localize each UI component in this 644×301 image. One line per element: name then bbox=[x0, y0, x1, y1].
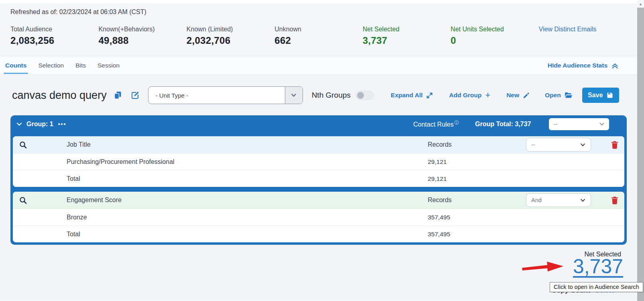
hide-audience-stats-label: HIde Audience Stats bbox=[548, 62, 607, 69]
scrollbar-thumb[interactable] bbox=[637, 8, 644, 301]
expand-icon bbox=[426, 92, 433, 99]
tab-counts[interactable]: Counts bbox=[5, 56, 26, 75]
search-attribute-button[interactable] bbox=[13, 197, 67, 204]
red-arrow-annotation bbox=[522, 259, 564, 276]
add-group-label: Add Group bbox=[449, 92, 481, 99]
row-value: 357,495 bbox=[428, 231, 526, 238]
tab-bar: Counts Selection Bits Session HIde Audie… bbox=[0, 56, 637, 75]
query-toolbar: canvas demo query - Unit Type - bbox=[0, 75, 637, 115]
records-header: Records bbox=[428, 197, 526, 204]
stat-label: Known(+Behaviors) bbox=[98, 26, 186, 33]
add-group-link[interactable]: Add Group + bbox=[449, 91, 490, 100]
vertical-scrollbar: ▲ bbox=[637, 0, 644, 301]
scroll-up-icon: ▲ bbox=[639, 2, 642, 6]
attribute-operator-value: -- bbox=[531, 141, 535, 148]
row-label: Total bbox=[67, 175, 428, 182]
attribute-name: Engagement Score bbox=[67, 197, 428, 204]
attribute-operator-select[interactable]: And bbox=[526, 193, 591, 207]
table-row: Total 29,121 bbox=[13, 170, 624, 187]
search-icon bbox=[19, 197, 27, 204]
stat-total-audience: Total Audience 2,083,256 bbox=[10, 26, 98, 46]
stat-value: 0 bbox=[451, 35, 538, 46]
group-header: Group: 1 ••• Contact Rulesⓘ Group Total:… bbox=[13, 115, 624, 133]
stat-known-limited: Known (Limited) 2,032,706 bbox=[187, 26, 274, 46]
attribute-block-job-title: Job Title Records -- bbox=[13, 136, 624, 187]
hide-audience-stats-link[interactable]: HIde Audience Stats bbox=[548, 56, 619, 75]
group-operator-select[interactable]: -- bbox=[549, 118, 609, 130]
stat-label: Net Units Selected bbox=[451, 26, 538, 33]
new-query-link[interactable]: New bbox=[506, 92, 530, 99]
info-icon: ⓘ bbox=[455, 120, 459, 125]
pencil-icon bbox=[523, 92, 530, 99]
stat-net-units-selected: Net Units Selected 0 bbox=[451, 26, 538, 46]
delete-attribute-button[interactable] bbox=[611, 196, 624, 205]
copy-icon bbox=[114, 91, 122, 99]
save-label: Save bbox=[588, 92, 603, 99]
new-label: New bbox=[506, 92, 519, 99]
group-total: Group Total: 3,737 bbox=[475, 121, 531, 128]
attribute-name: Job Title bbox=[67, 141, 428, 148]
attribute-operator-select[interactable]: -- bbox=[526, 138, 591, 152]
nth-groups-label: Nth Groups bbox=[312, 91, 351, 100]
group-operator-value: -- bbox=[554, 121, 557, 127]
chevron-down-icon bbox=[599, 121, 605, 127]
tab-selection[interactable]: Selection bbox=[38, 56, 64, 75]
stats-row: Total Audience 2,083,256 Known(+Behavior… bbox=[10, 26, 627, 46]
nth-groups-toggle[interactable] bbox=[356, 91, 374, 100]
save-button[interactable]: Save bbox=[582, 88, 619, 103]
stat-value: 3,737 bbox=[363, 35, 451, 46]
attribute-operator-value: And bbox=[531, 197, 542, 203]
net-selected-link[interactable]: 3,737 bbox=[573, 256, 623, 276]
table-row: Purchasing/Procurement Professional 29,1… bbox=[13, 153, 624, 170]
unit-type-select[interactable]: - Unit Type - bbox=[148, 86, 303, 104]
refreshed-timestamp: Refreshed as of: 02/23/2024 at 06:03 AM … bbox=[10, 8, 627, 16]
group-title: Group: 1 bbox=[26, 121, 53, 128]
expand-all-label: Expand All bbox=[391, 92, 423, 99]
table-row: Bronze 357,495 bbox=[13, 209, 624, 225]
scroll-up-button[interactable]: ▲ bbox=[637, 0, 644, 8]
attribute-block-engagement-score: Engagement Score Records And bbox=[13, 192, 624, 242]
stat-label: Unknown bbox=[274, 26, 362, 33]
stat-label: Total Audience bbox=[10, 26, 98, 33]
query-title: canvas demo query bbox=[12, 89, 107, 102]
stat-label: Net Selected bbox=[363, 26, 451, 33]
contact-rules-link[interactable]: Contact Rulesⓘ bbox=[413, 120, 459, 128]
group-container: Group: 1 ••• Contact Rulesⓘ Group Total:… bbox=[10, 115, 627, 245]
page-content: Refreshed as of: 02/23/2024 at 06:03 AM … bbox=[0, 0, 637, 301]
chevron-down-icon bbox=[580, 197, 586, 203]
audience-stats-panel: Refreshed as of: 02/23/2024 at 06:03 AM … bbox=[0, 3, 637, 56]
unit-type-value: - Unit Type - bbox=[148, 87, 285, 104]
row-label: Total bbox=[67, 231, 428, 238]
attribute-header-row: Job Title Records -- bbox=[13, 136, 624, 153]
group-collapse-chevron-icon[interactable] bbox=[16, 121, 22, 127]
toggle-knob bbox=[357, 92, 364, 99]
stat-value: 662 bbox=[274, 35, 362, 46]
plus-icon: + bbox=[485, 91, 490, 100]
tab-bits[interactable]: Bits bbox=[75, 56, 86, 75]
group-menu-ellipsis-icon[interactable]: ••• bbox=[58, 121, 67, 127]
open-query-link[interactable]: Open bbox=[545, 92, 573, 99]
search-attribute-button[interactable] bbox=[13, 141, 67, 149]
save-icon bbox=[607, 92, 613, 98]
trash-icon bbox=[611, 141, 618, 149]
attribute-header-row: Engagement Score Records And bbox=[13, 192, 624, 209]
stat-value: 2,032,706 bbox=[187, 35, 274, 46]
view-distinct-emails-link[interactable]: View Distinct Emails bbox=[539, 26, 597, 33]
chevron-down-icon bbox=[580, 142, 586, 148]
stat-value: 2,083,256 bbox=[10, 35, 98, 46]
expand-all-link[interactable]: Expand All bbox=[391, 92, 433, 99]
delete-attribute-button[interactable] bbox=[611, 141, 624, 149]
stat-unknown: Unknown 662 bbox=[274, 26, 362, 46]
tab-session[interactable]: Session bbox=[98, 56, 120, 75]
stat-value: 49,888 bbox=[98, 35, 186, 46]
row-value: 357,495 bbox=[428, 214, 526, 221]
stat-net-selected: Net Selected 3,737 bbox=[363, 26, 451, 46]
row-value: 29,121 bbox=[428, 158, 526, 166]
trash-icon bbox=[611, 196, 618, 205]
folder-open-icon bbox=[565, 92, 573, 98]
double-chevron-up-icon bbox=[611, 62, 619, 69]
copy-query-button[interactable] bbox=[114, 91, 122, 99]
stat-view-distinct-emails: View Distinct Emails bbox=[539, 26, 627, 46]
audience-query-builder-screen: Refreshed as of: 02/23/2024 at 06:03 AM … bbox=[0, 0, 644, 301]
edit-query-name-button[interactable] bbox=[131, 91, 139, 99]
